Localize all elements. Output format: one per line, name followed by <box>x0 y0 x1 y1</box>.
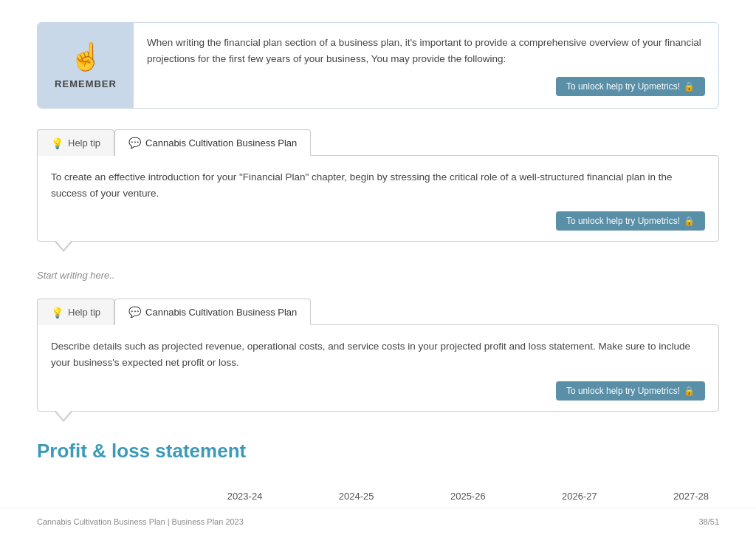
unlock-button-2[interactable]: To unlock help try Upmetrics! 🔒 <box>556 381 705 401</box>
help-tip-section-2: 💡 Help tip 💬 Cannabis Cultivation Busine… <box>37 299 719 421</box>
tab-business-plan-label-2: Cannabis Cultivation Business Plan <box>145 307 297 318</box>
lightbulb-icon-2: 💡 <box>51 307 63 318</box>
tab-help-tip-2[interactable]: 💡 Help tip <box>37 299 114 325</box>
tab-panel-2: Describe details such as projected reven… <box>37 324 719 411</box>
tab-panel-text-1: To create an effective introduction for … <box>51 169 705 201</box>
lock-icon-2: 🔒 <box>684 386 695 396</box>
footer-left-text: Cannabis Cultivation Business Plan | Bus… <box>37 517 244 526</box>
profit-loss-title: Profit & loss statement <box>37 440 719 463</box>
tab-business-plan-label-1: Cannabis Cultivation Business Plan <box>145 137 297 149</box>
col-header-label <box>37 483 161 510</box>
remember-label: REMEMBER <box>55 78 117 89</box>
page-footer: Cannabis Cultivation Business Plan | Bus… <box>0 508 756 535</box>
tab-help-tip-label-2: Help tip <box>68 307 100 318</box>
remember-box: ☝ REMEMBER When writing the financial pl… <box>37 22 719 109</box>
remember-content: When writing the financial plan section … <box>134 23 718 108</box>
col-header-2027-28: 2027-28 <box>608 483 719 510</box>
unlock-label-2: To unlock help try Upmetrics! <box>566 386 680 396</box>
col-header-2024-25: 2024-25 <box>272 483 384 510</box>
tab-panel-footer-2: To unlock help try Upmetrics! 🔒 <box>51 381 705 401</box>
unlock-label-1: To unlock help try Upmetrics! <box>566 216 680 226</box>
bubble-arrow-2 <box>55 412 72 422</box>
remember-icon-section: ☝ REMEMBER <box>38 23 134 108</box>
col-header-2026-27: 2026-27 <box>496 483 608 510</box>
tab-business-plan-1[interactable]: 💬 Cannabis Cultivation Business Plan <box>114 129 311 156</box>
col-header-2025-26: 2025-26 <box>385 483 496 510</box>
tab-panel-footer-1: To unlock help try Upmetrics! 🔒 <box>51 211 705 231</box>
remember-unlock-button[interactable]: To unlock help try Upmetrics! 🔒 <box>556 77 705 96</box>
remember-text: When writing the financial plan section … <box>147 35 705 67</box>
footer-page-number: 38/51 <box>698 517 719 526</box>
tabs-row-2: 💡 Help tip 💬 Cannabis Cultivation Busine… <box>37 299 719 325</box>
tab-help-tip-label-1: Help tip <box>68 137 100 149</box>
tab-panel-text-2: Describe details such as projected reven… <box>51 338 705 370</box>
chat-icon-2: 💬 <box>128 306 141 318</box>
bubble-arrow-1 <box>55 242 72 252</box>
start-writing-placeholder[interactable]: Start writing here.. <box>37 270 719 281</box>
chat-icon-1: 💬 <box>128 137 141 149</box>
tab-business-plan-2[interactable]: 💬 Cannabis Cultivation Business Plan <box>114 299 311 325</box>
table-header-row: 2023-24 2024-25 2025-26 2026-27 2027-28 <box>37 483 719 510</box>
lock-icon-1: 🔒 <box>684 216 695 226</box>
lightbulb-icon-1: 💡 <box>51 137 63 149</box>
col-header-2023-24: 2023-24 <box>161 483 272 510</box>
hand-pointer-icon: ☝ <box>69 41 103 72</box>
tabs-row-1: 💡 Help tip 💬 Cannabis Cultivation Busine… <box>37 129 719 156</box>
remember-unlock-label: To unlock help try Upmetrics! <box>566 81 680 92</box>
tab-panel-1: To create an effective introduction for … <box>37 155 719 242</box>
help-tip-section-1: 💡 Help tip 💬 Cannabis Cultivation Busine… <box>37 129 719 252</box>
unlock-button-1[interactable]: To unlock help try Upmetrics! 🔒 <box>556 211 705 231</box>
tab-help-tip-1[interactable]: 💡 Help tip <box>37 129 114 156</box>
lock-icon: 🔒 <box>684 81 695 92</box>
